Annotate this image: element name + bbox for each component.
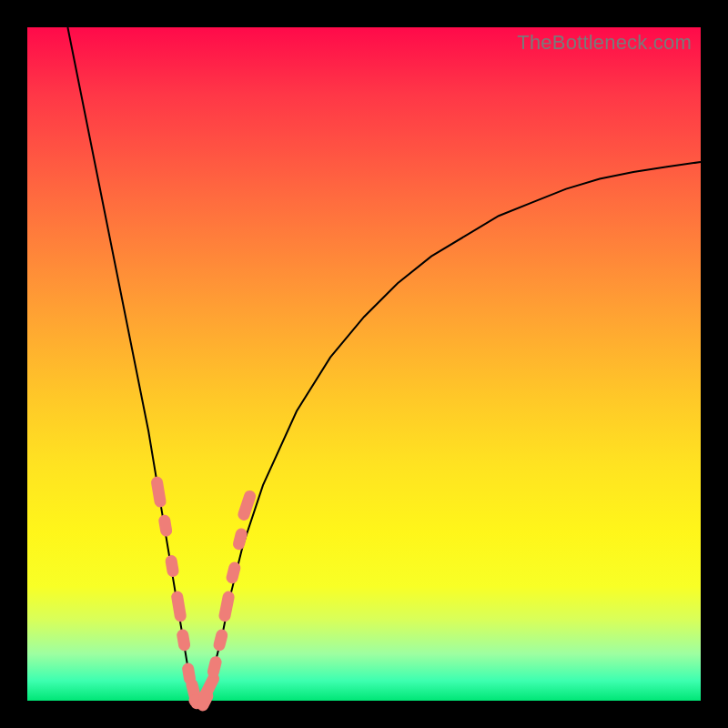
bottleneck-curve [67, 27, 701, 701]
marker-capsule [170, 591, 187, 623]
marker-capsule [165, 554, 180, 578]
marker-capsule [225, 561, 241, 584]
marker-capsule [217, 590, 235, 622]
marker-capsule [212, 628, 228, 652]
marker-capsule [150, 476, 167, 509]
marker-capsule [237, 489, 258, 521]
marker-layer [150, 476, 258, 713]
bottleneck-chart [27, 27, 701, 701]
marker-capsule [232, 527, 248, 551]
marker-capsule [157, 514, 173, 538]
plot-frame: TheBottleneck.com [27, 27, 701, 701]
marker-capsule [207, 655, 223, 679]
marker-capsule [176, 628, 191, 652]
